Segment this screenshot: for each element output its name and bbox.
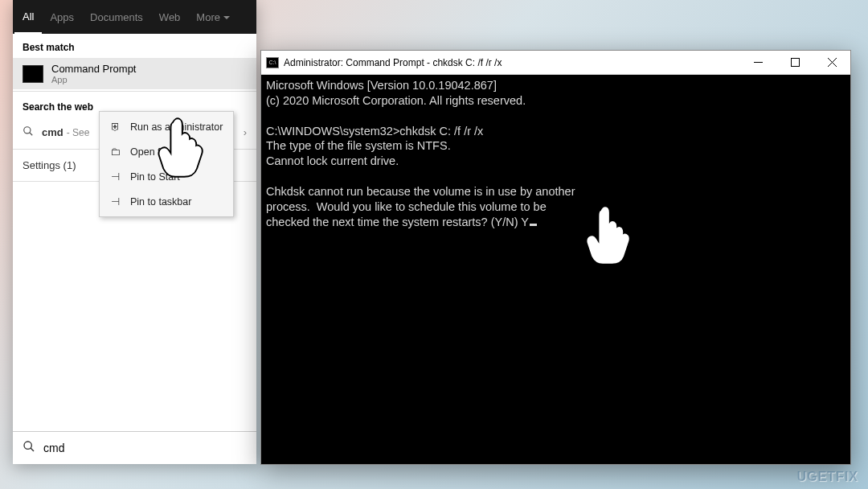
cmd-icon [23, 65, 43, 83]
search-icon [23, 125, 34, 139]
separator [13, 91, 256, 92]
search-tabs: All Apps Documents Web More [13, 0, 256, 34]
svg-line-3 [31, 448, 34, 451]
term-line: C:\WINDOWS\system32>chkdsk C: /f /r /x [266, 125, 483, 138]
tab-documents[interactable]: Documents [82, 2, 151, 33]
term-line: Cannot lock current drive. [266, 154, 399, 167]
maximize-button[interactable] [776, 51, 813, 75]
result-title: Command Prompt [51, 63, 136, 75]
web-query: cmd [42, 126, 63, 138]
search-input[interactable] [43, 442, 247, 454]
watermark: UGETFIX [797, 470, 858, 484]
svg-rect-5 [791, 59, 799, 67]
svg-point-2 [24, 442, 31, 449]
term-line: Microsoft Windows [Version 10.0.19042.86… [266, 79, 497, 92]
result-subtitle: App [51, 75, 136, 84]
spacer [13, 183, 256, 431]
minimize-button[interactable] [739, 51, 776, 75]
best-match-result[interactable]: Command Prompt App [13, 58, 256, 89]
term-line: checked the next time the system restart… [266, 216, 529, 228]
tab-apps[interactable]: Apps [42, 2, 82, 33]
best-match-header: Best match [13, 34, 256, 58]
pin-icon: ⊣ [108, 195, 122, 208]
chevron-right-icon: › [244, 126, 247, 138]
cursor-icon [530, 224, 537, 226]
cmd-titlebar-icon: C:\ [266, 57, 279, 68]
ctx-label: Pin to taskbar [130, 196, 191, 208]
web-hint: - See [67, 127, 90, 138]
window-title: Administrator: Command Prompt - chkdsk C… [284, 57, 502, 68]
close-button[interactable] [813, 51, 850, 75]
window-buttons [739, 51, 850, 75]
svg-point-0 [24, 127, 31, 134]
tab-web[interactable]: Web [151, 2, 189, 33]
tab-more[interactable]: More [188, 2, 238, 33]
admin-icon: ⛨ [108, 121, 122, 133]
search-box[interactable] [13, 431, 256, 464]
start-search-panel: All Apps Documents Web More Best match C… [13, 0, 256, 464]
term-line: (c) 2020 Microsoft Corporation. All righ… [266, 94, 526, 107]
command-prompt-window: C:\ Administrator: Command Prompt - chkd… [260, 50, 851, 465]
search-icon [23, 440, 35, 456]
svg-line-1 [30, 133, 33, 136]
terminal-output[interactable]: Microsoft Windows [Version 10.0.19042.86… [261, 75, 850, 464]
term-line: process. Would you like to schedule this… [266, 200, 547, 213]
hand-cursor-icon [155, 116, 210, 179]
term-line: Chkdsk cannot run because the volume is … [266, 185, 575, 198]
titlebar[interactable]: C:\ Administrator: Command Prompt - chkd… [261, 51, 850, 75]
pin-icon: ⊣ [108, 171, 122, 183]
term-line: The type of the file system is NTFS. [266, 139, 451, 152]
tab-all[interactable]: All [14, 1, 42, 34]
hand-cursor-icon [583, 203, 637, 267]
ctx-pin-to-taskbar[interactable]: ⊣ Pin to taskbar [100, 189, 233, 214]
result-text: Command Prompt App [51, 63, 136, 84]
folder-icon: 🗀 [108, 146, 122, 158]
